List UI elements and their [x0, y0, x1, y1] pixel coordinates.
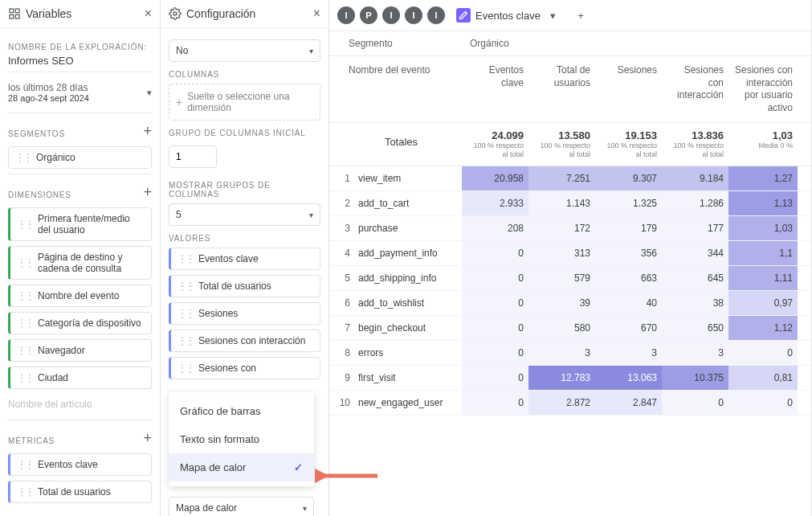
value-chip[interactable]: ⋮⋮Total de usuarios: [169, 275, 320, 297]
data-cell: 0: [662, 391, 728, 415]
date-range-selector[interactable]: los últimos 28 días 28 ago-24 sept 2024 …: [8, 77, 152, 108]
metric-header[interactable]: Sesiones con interacción: [662, 56, 728, 122]
variables-title: Variables: [26, 7, 71, 20]
add-tab-button[interactable]: +: [572, 6, 590, 24]
report-panel: IPIII Eventos clave ▾ + Segmento Orgánic…: [329, 0, 812, 516]
dimension-chip[interactable]: ⋮⋮Primera fuente/medio del usuario: [8, 207, 152, 241]
cell-type-menu-item[interactable]: Texto sin formato: [169, 425, 314, 453]
dimension-chip[interactable]: ⋮⋮Categoría de dispositivo: [8, 312, 152, 334]
data-cell: 580: [528, 316, 595, 340]
tab-circle[interactable]: P: [360, 6, 377, 24]
add-metric-button[interactable]: +: [143, 430, 152, 447]
table-row[interactable]: 6add_to_wishlist03940380,97: [329, 291, 811, 316]
value-chip[interactable]: ⋮⋮Eventos clave: [169, 248, 320, 270]
totals-label: Totales: [329, 123, 462, 166]
table-row[interactable]: 1view_item20.9587.2519.3079.1841,27: [329, 166, 811, 191]
totals-cell: 1,03Media 0 %: [728, 123, 798, 166]
data-cell: 3: [662, 341, 728, 365]
data-cell: 177: [662, 216, 728, 240]
table-row[interactable]: 7begin_checkout05806706501,12: [329, 316, 811, 341]
grip-icon: ⋮⋮: [177, 308, 194, 319]
svg-rect-3: [15, 14, 19, 18]
dimension-chip[interactable]: ⋮⋮Página de destino y cadena de consulta: [8, 246, 152, 280]
metric-chip[interactable]: ⋮⋮Eventos clave: [8, 453, 152, 476]
table-row[interactable]: 9first_visit012.78313.06310.3750,81: [329, 366, 811, 391]
data-cell: 1,1: [728, 241, 798, 265]
svg-rect-0: [10, 9, 14, 13]
tab-circle[interactable]: I: [405, 6, 422, 24]
row-name: errors: [353, 341, 462, 365]
data-cell: 2.847: [595, 391, 662, 415]
report-tabs: IPIII Eventos clave ▾ +: [329, 0, 811, 31]
data-cell: 0: [462, 366, 528, 390]
tab-active-label: Eventos clave: [475, 10, 541, 22]
svg-point-4: [173, 12, 177, 15]
grip-icon: ⋮⋮: [15, 152, 31, 163]
tab-active[interactable]: Eventos clave ▾: [450, 5, 562, 26]
metric-chip[interactable]: ⋮⋮Total de usuarios: [8, 481, 152, 503]
metrics-label: MÉTRICAS: [8, 436, 55, 445]
metric-header[interactable]: Total de usuarios: [528, 56, 595, 122]
grip-icon: ⋮⋮: [17, 290, 33, 301]
value-chip[interactable]: ⋮⋮Sesiones con: [169, 357, 320, 379]
show-groups-select[interactable]: 5 ▾: [169, 203, 320, 226]
report-grid: Segmento Orgánico Nombre del evento Even…: [329, 31, 811, 416]
chevron-down-icon: ▾: [303, 504, 307, 513]
cell-type-select[interactable]: Mapa de calor ▾: [169, 497, 314, 516]
table-row[interactable]: 8errors03330: [329, 341, 811, 366]
row-name: first_visit: [353, 366, 462, 390]
row-index: 8: [329, 341, 353, 365]
metric-header[interactable]: Eventos clave: [462, 56, 528, 122]
data-cell: 179: [595, 216, 662, 240]
data-cell: 663: [595, 266, 662, 290]
table-row[interactable]: 4add_payment_info03133563441,1: [329, 241, 811, 266]
exploration-name-value[interactable]: Informes SEO: [8, 55, 152, 67]
data-cell: 10.375: [662, 366, 728, 390]
dimension-chip[interactable]: ⋮⋮Nombre del evento: [8, 285, 152, 307]
grip-icon: ⋮⋮: [177, 281, 194, 292]
add-dimension-button[interactable]: +: [143, 184, 152, 201]
nested-rows-select[interactable]: No ▾: [169, 39, 320, 62]
tab-circle[interactable]: I: [382, 6, 400, 24]
dimension-placeholder[interactable]: Nombre del artículo: [8, 394, 152, 415]
dimension-chip[interactable]: ⋮⋮Navegador: [8, 339, 152, 362]
config-header: Configuración ×: [161, 0, 328, 28]
tab-circle[interactable]: I: [337, 6, 355, 24]
table-row[interactable]: 3purchase2081721791771,03: [329, 216, 811, 241]
columns-dropzone[interactable]: + Suelte o seleccione una dimensión: [169, 84, 320, 121]
chevron-down-icon[interactable]: ▾: [550, 10, 556, 22]
chevron-down-icon: ▾: [309, 47, 313, 55]
totals-cell: 24.099100 % respecto al total: [462, 123, 528, 166]
data-cell: 40: [595, 291, 662, 315]
close-icon[interactable]: ×: [313, 6, 320, 21]
date-range-value: 28 ago-24 sept 2024: [8, 93, 89, 103]
close-icon[interactable]: ×: [145, 6, 152, 21]
data-cell: 208: [462, 216, 528, 240]
add-segment-button[interactable]: +: [143, 123, 152, 140]
data-cell: 1.143: [528, 191, 595, 215]
cell-type-menu-item[interactable]: Mapa de calor✓: [169, 453, 314, 481]
metric-header[interactable]: Sesiones: [595, 56, 662, 122]
initial-group-input[interactable]: [169, 145, 217, 168]
totals-cell: 19.153100 % respecto al total: [595, 123, 662, 166]
segment-chip[interactable]: ⋮⋮ Orgánico: [8, 146, 152, 169]
row-index: 4: [329, 241, 353, 265]
tab-circle[interactable]: I: [427, 6, 445, 24]
dimension-chip[interactable]: ⋮⋮Ciudad: [8, 367, 152, 389]
svg-rect-2: [10, 14, 14, 18]
data-cell: 1,03: [728, 216, 798, 240]
metric-header[interactable]: Sesiones con interacción por usuario act…: [728, 56, 798, 122]
row-name: new_engaged_user: [353, 391, 462, 415]
variables-icon: [8, 7, 21, 20]
cell-type-menu-item[interactable]: Gráfico de barras: [169, 397, 314, 425]
value-chip[interactable]: ⋮⋮Sesiones: [169, 302, 320, 325]
value-chip[interactable]: ⋮⋮Sesiones con interacción: [169, 330, 320, 352]
data-cell: 2.933: [462, 191, 528, 215]
chevron-down-icon: ▾: [147, 88, 152, 98]
table-row[interactable]: 10new_engaged_user02.8722.84700: [329, 391, 811, 416]
row-index: 5: [329, 266, 353, 290]
totals-row: Totales 24.099100 % respecto al total13.…: [329, 123, 811, 166]
row-index: 2: [329, 191, 353, 215]
table-row[interactable]: 2add_to_cart2.9331.1431.3251.2861,13: [329, 191, 811, 216]
table-row[interactable]: 5add_shipping_info05796636451,11: [329, 266, 811, 291]
